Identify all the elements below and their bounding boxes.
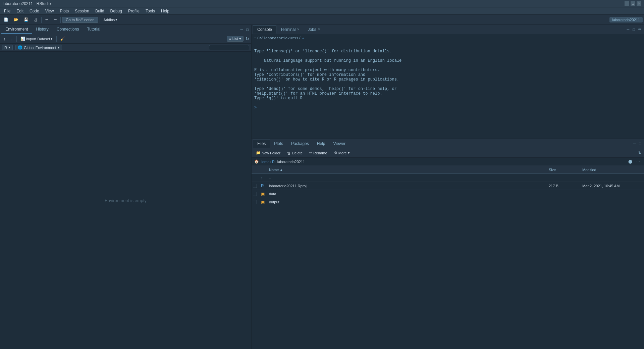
save-button[interactable]: 💾	[21, 16, 31, 23]
clear-console-action-button[interactable]: ✏	[637, 27, 643, 32]
print-button[interactable]: 🖨	[32, 17, 40, 23]
console-area: Console Terminal ✕ Jobs ✕ ─ □ ✏ ~/R/labo…	[252, 25, 644, 139]
rproj-modified: Mar 2, 2021, 10:45 AM	[582, 184, 643, 188]
save-workspace-button[interactable]: ↓	[9, 36, 15, 42]
right-panel: Console Terminal ✕ Jobs ✕ ─ □ ✏ ~/R/labo…	[252, 25, 644, 349]
save-ws-icon: ↓	[11, 37, 13, 41]
r-selector[interactable]: R ▾	[2, 45, 13, 50]
files-row-rproj[interactable]: R laboratorio20211.Rproj 217 B Mar 2, 20…	[252, 182, 644, 190]
new-folder-button[interactable]: 📁 New Folder	[253, 150, 283, 156]
minimize-left-panel-button[interactable]: ─	[239, 27, 245, 32]
open-file-button[interactable]: 📂	[11, 16, 21, 23]
tab-history[interactable]: History	[32, 26, 52, 34]
env-content: Environment is empty	[0, 52, 251, 349]
user-label: laboratorio20211	[609, 17, 643, 22]
delete-icon: 🗑	[287, 151, 291, 155]
parent-arrow-icon: ↑	[261, 176, 269, 180]
env-search-input[interactable]	[209, 45, 249, 50]
minimize-console-button[interactable]: ─	[626, 27, 631, 32]
menu-build[interactable]: Build	[93, 8, 107, 14]
tab-environment[interactable]: Environment	[1, 26, 32, 34]
files-area: Files Plots Packages Help Viewer ─ □ 📁 N…	[252, 139, 644, 349]
env-icon: 🌐	[18, 45, 22, 50]
list-toggle-button[interactable]: ≡ List ▾	[227, 36, 244, 42]
header-size-col: Size	[549, 168, 582, 172]
rproj-name: laboratorio20211.Rproj	[269, 184, 549, 188]
more-chevron-icon: ▾	[348, 151, 350, 155]
go-to-function-button[interactable]: Go to file/function	[62, 17, 98, 23]
close-button[interactable]: ✕	[637, 1, 641, 6]
rproj-checkbox[interactable]	[253, 184, 257, 188]
menu-session[interactable]: Session	[72, 8, 92, 14]
rproj-icon: R	[261, 184, 269, 188]
tab-viewer[interactable]: Viewer	[329, 140, 349, 147]
new-file-button[interactable]: 📄	[1, 16, 11, 23]
tab-connections[interactable]: Connections	[53, 26, 83, 34]
more-button[interactable]: ⚙ More ▾	[331, 150, 353, 156]
load-icon: ↑	[4, 37, 6, 41]
data-checkbox[interactable]	[253, 192, 257, 196]
minimize-files-button[interactable]: ─	[632, 141, 637, 146]
maximize-files-button[interactable]: □	[638, 141, 643, 146]
r-breadcrumb-link[interactable]: R	[272, 160, 275, 164]
delete-button[interactable]: 🗑 Delete	[284, 150, 306, 156]
main-layout: Environment History Connections Tutorial…	[0, 25, 644, 349]
undo-button[interactable]: ↩	[43, 16, 51, 23]
menu-debug[interactable]: Debug	[108, 8, 125, 14]
terminal-close-icon[interactable]: ✕	[297, 28, 300, 31]
maximize-left-panel-button[interactable]: □	[245, 27, 250, 32]
breadcrumb-right: ⬤ ⋯	[627, 159, 641, 164]
title-bar: laboratorio20211 - RStudio ‒ □ ✕	[0, 0, 644, 7]
files-row-data[interactable]: ▣ data	[252, 190, 644, 198]
load-workspace-button[interactable]: ↑	[1, 36, 8, 42]
tab-terminal[interactable]: Terminal ✕	[276, 26, 304, 33]
tab-help[interactable]: Help	[313, 140, 329, 147]
home-breadcrumb-link[interactable]: Home	[260, 160, 269, 164]
refresh-files-button[interactable]: ↻	[637, 150, 643, 156]
menu-view[interactable]: View	[43, 8, 57, 14]
sync-icon[interactable]: ⬤	[627, 159, 634, 164]
clear-console-button[interactable]: 🧹	[58, 36, 67, 42]
refresh-env-button[interactable]: ↻	[245, 36, 250, 41]
env-sep-1	[16, 36, 17, 42]
addins-button[interactable]: Addins ▾	[101, 16, 120, 23]
menu-help[interactable]: Help	[158, 8, 172, 14]
tab-packages[interactable]: Packages	[287, 140, 313, 147]
toolbar-right: laboratorio20211	[609, 17, 643, 22]
rename-button[interactable]: ✏ Rename	[306, 150, 330, 156]
output-checkbox[interactable]	[253, 200, 257, 204]
maximize-button[interactable]: □	[631, 1, 635, 6]
separator-1	[41, 17, 42, 23]
minimize-button[interactable]: ‒	[625, 1, 629, 6]
tab-files[interactable]: Files	[253, 140, 270, 148]
env-empty-message: Environment is empty	[105, 198, 147, 203]
tab-console[interactable]: Console	[253, 26, 276, 34]
breadcrumb-more-icon[interactable]: ⋯	[635, 159, 641, 164]
left-panel-tabs: Environment History Connections Tutorial…	[0, 25, 251, 34]
console-path-text: ~/R/laboratorio20211/	[254, 36, 301, 40]
main-toolbar: 📄 📂 💾 🖨 ↩ ↪ Go to file/function Addins ▾…	[0, 15, 644, 25]
sort-icon: ▲	[279, 168, 283, 172]
files-row-parent[interactable]: ↑ ..	[252, 174, 644, 182]
console-prompt: >	[254, 105, 259, 110]
maximize-console-button[interactable]: □	[631, 27, 636, 32]
files-row-output[interactable]: ▣ output	[252, 198, 644, 206]
jobs-close-icon[interactable]: ✕	[318, 28, 320, 31]
rename-icon: ✏	[309, 151, 312, 155]
tab-plots[interactable]: Plots	[270, 140, 287, 147]
tab-tutorial[interactable]: Tutorial	[83, 26, 104, 34]
open-icon: 📂	[14, 17, 18, 22]
menu-plots[interactable]: Plots	[57, 8, 72, 14]
menu-tools[interactable]: Tools	[143, 8, 158, 14]
redo-button[interactable]: ↪	[51, 16, 59, 23]
menu-profile[interactable]: Profile	[125, 8, 142, 14]
menu-code[interactable]: Code	[27, 8, 42, 14]
menu-file[interactable]: File	[1, 8, 13, 14]
breadcrumb-sep-1: ›	[270, 160, 271, 164]
tab-jobs[interactable]: Jobs ✕	[304, 26, 324, 33]
import-dataset-button[interactable]: 📊 Import Dataset ▾	[18, 36, 55, 42]
console-output[interactable]: Type 'license()' or 'licence()' for dist…	[252, 42, 644, 139]
global-env-selector[interactable]: 🌐 Global Environment ▾	[15, 45, 62, 50]
header-name-col[interactable]: Name ▲	[269, 168, 549, 172]
menu-edit[interactable]: Edit	[14, 8, 26, 14]
